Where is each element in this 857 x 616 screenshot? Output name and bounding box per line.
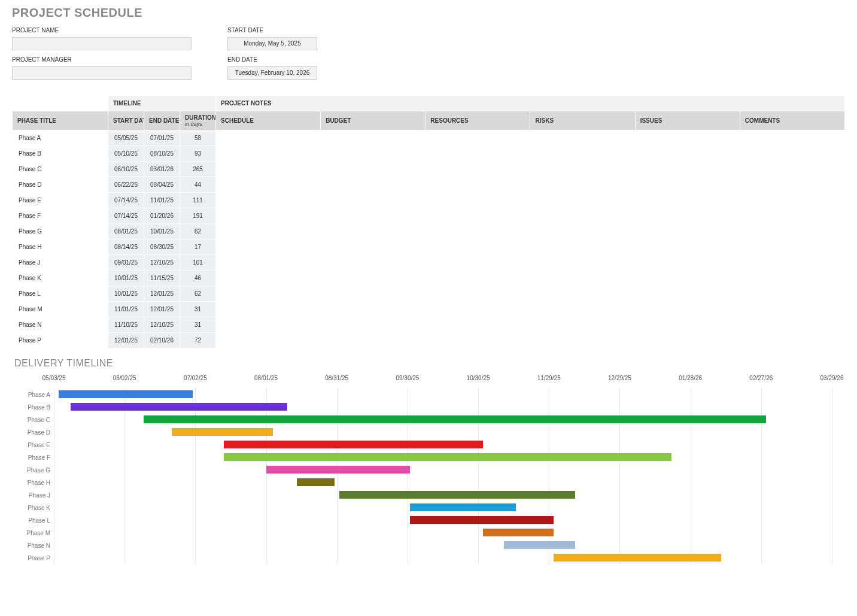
cell-end[interactable]: 12/01/25 <box>144 286 180 302</box>
cell-budget[interactable] <box>321 239 426 255</box>
cell-duration[interactable]: 62 <box>180 286 216 302</box>
cell-comments[interactable] <box>740 317 844 333</box>
cell-risks[interactable] <box>530 271 635 286</box>
cell-schedule[interactable] <box>216 317 321 333</box>
cell-phase[interactable]: Phase H <box>13 239 108 255</box>
cell-end[interactable]: 11/15/25 <box>144 271 180 286</box>
cell-phase[interactable]: Phase L <box>13 286 108 302</box>
cell-budget[interactable] <box>321 271 426 286</box>
cell-issues[interactable] <box>635 193 740 208</box>
cell-end[interactable]: 12/01/25 <box>144 302 180 317</box>
cell-start[interactable]: 11/10/25 <box>108 317 144 333</box>
cell-budget[interactable] <box>321 177 426 193</box>
cell-budget[interactable] <box>321 208 426 224</box>
cell-phase[interactable]: Phase K <box>13 271 108 286</box>
cell-duration[interactable]: 62 <box>180 224 216 239</box>
cell-resources[interactable] <box>426 146 530 162</box>
cell-start[interactable]: 10/01/25 <box>108 286 144 302</box>
cell-risks[interactable] <box>530 302 635 317</box>
cell-schedule[interactable] <box>216 131 321 146</box>
cell-start[interactable]: 07/14/25 <box>108 208 144 224</box>
cell-budget[interactable] <box>321 317 426 333</box>
cell-schedule[interactable] <box>216 286 321 302</box>
cell-issues[interactable] <box>635 131 740 146</box>
cell-issues[interactable] <box>635 271 740 286</box>
cell-risks[interactable] <box>530 224 635 239</box>
cell-resources[interactable] <box>426 302 530 317</box>
cell-end[interactable]: 12/10/25 <box>144 317 180 333</box>
cell-risks[interactable] <box>530 239 635 255</box>
cell-schedule[interactable] <box>216 224 321 239</box>
cell-schedule[interactable] <box>216 193 321 208</box>
cell-schedule[interactable] <box>216 208 321 224</box>
cell-issues[interactable] <box>635 177 740 193</box>
cell-resources[interactable] <box>426 333 530 348</box>
cell-schedule[interactable] <box>216 146 321 162</box>
cell-schedule[interactable] <box>216 302 321 317</box>
cell-risks[interactable] <box>530 286 635 302</box>
cell-comments[interactable] <box>740 208 844 224</box>
cell-comments[interactable] <box>740 131 844 146</box>
cell-budget[interactable] <box>321 146 426 162</box>
cell-resources[interactable] <box>426 193 530 208</box>
cell-issues[interactable] <box>635 239 740 255</box>
cell-risks[interactable] <box>530 193 635 208</box>
cell-issues[interactable] <box>635 162 740 177</box>
cell-comments[interactable] <box>740 271 844 286</box>
cell-risks[interactable] <box>530 208 635 224</box>
cell-budget[interactable] <box>321 162 426 177</box>
end-date-value[interactable]: Tuesday, February 10, 2026 <box>227 66 317 80</box>
cell-resources[interactable] <box>426 162 530 177</box>
project-manager-input[interactable] <box>12 66 192 80</box>
cell-comments[interactable] <box>740 333 844 348</box>
cell-start[interactable]: 06/22/25 <box>108 177 144 193</box>
cell-duration[interactable]: 191 <box>180 208 216 224</box>
cell-start[interactable]: 05/05/25 <box>108 131 144 146</box>
cell-start[interactable]: 12/01/25 <box>108 333 144 348</box>
cell-phase[interactable]: Phase C <box>13 162 108 177</box>
cell-resources[interactable] <box>426 131 530 146</box>
cell-resources[interactable] <box>426 255 530 271</box>
cell-schedule[interactable] <box>216 162 321 177</box>
cell-comments[interactable] <box>740 286 844 302</box>
cell-schedule[interactable] <box>216 333 321 348</box>
cell-issues[interactable] <box>635 224 740 239</box>
cell-budget[interactable] <box>321 131 426 146</box>
cell-comments[interactable] <box>740 255 844 271</box>
project-name-input[interactable] <box>12 37 192 50</box>
cell-phase[interactable]: Phase D <box>13 177 108 193</box>
cell-risks[interactable] <box>530 317 635 333</box>
cell-issues[interactable] <box>635 286 740 302</box>
cell-resources[interactable] <box>426 317 530 333</box>
cell-budget[interactable] <box>321 224 426 239</box>
cell-duration[interactable]: 31 <box>180 302 216 317</box>
cell-phase[interactable]: Phase A <box>13 131 108 146</box>
cell-start[interactable]: 11/01/25 <box>108 302 144 317</box>
cell-issues[interactable] <box>635 255 740 271</box>
cell-schedule[interactable] <box>216 239 321 255</box>
cell-budget[interactable] <box>321 255 426 271</box>
cell-resources[interactable] <box>426 224 530 239</box>
cell-budget[interactable] <box>321 302 426 317</box>
cell-start[interactable]: 09/01/25 <box>108 255 144 271</box>
cell-schedule[interactable] <box>216 271 321 286</box>
cell-duration[interactable]: 58 <box>180 131 216 146</box>
cell-duration[interactable]: 44 <box>180 177 216 193</box>
cell-start[interactable]: 08/01/25 <box>108 224 144 239</box>
cell-start[interactable]: 06/10/25 <box>108 162 144 177</box>
cell-issues[interactable] <box>635 302 740 317</box>
cell-phase[interactable]: Phase P <box>13 333 108 348</box>
cell-duration[interactable]: 31 <box>180 317 216 333</box>
cell-end[interactable]: 02/10/26 <box>144 333 180 348</box>
cell-issues[interactable] <box>635 317 740 333</box>
cell-risks[interactable] <box>530 333 635 348</box>
cell-risks[interactable] <box>530 131 635 146</box>
cell-end[interactable]: 08/10/25 <box>144 146 180 162</box>
cell-duration[interactable]: 17 <box>180 239 216 255</box>
cell-comments[interactable] <box>740 162 844 177</box>
cell-schedule[interactable] <box>216 177 321 193</box>
cell-end[interactable]: 08/30/25 <box>144 239 180 255</box>
cell-schedule[interactable] <box>216 255 321 271</box>
cell-resources[interactable] <box>426 239 530 255</box>
cell-budget[interactable] <box>321 286 426 302</box>
